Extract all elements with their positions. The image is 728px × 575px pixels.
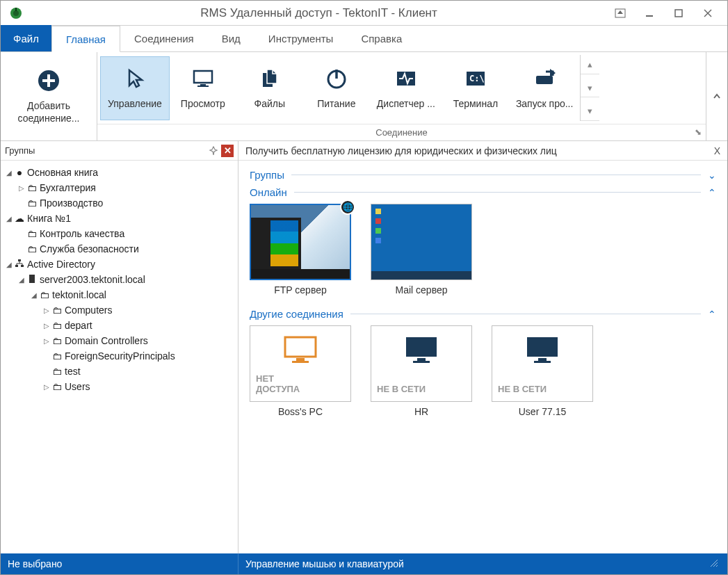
task-manager-button[interactable]: Диспетчер ...	[370, 56, 442, 120]
tree-node-computers[interactable]: ▷🗀Computers	[2, 302, 236, 318]
task-manager-label: Диспетчер ...	[377, 97, 435, 110]
group-header-online[interactable]: Онлайн ⌃	[250, 186, 716, 198]
thumbnail: НЕ В СЕТИ	[371, 325, 472, 402]
tree-node-fsp[interactable]: 🗀ForeignSecurityPrincipals	[2, 348, 236, 364]
gallery-up-icon[interactable]: ▴	[581, 55, 599, 74]
tree-node-ad[interactable]: ◢Active Directory	[2, 257, 236, 272]
svg-line-39	[716, 565, 718, 567]
card-label: FTP сервер	[250, 284, 351, 295]
tree-node-domain[interactable]: ◢🗀tektonit.local	[2, 287, 236, 302]
tree-node-security[interactable]: 🗀Служба безопасности	[2, 241, 236, 257]
card-user-77-15[interactable]: НЕ В СЕТИ User 77.15	[492, 325, 593, 417]
gallery-down-icon[interactable]: ▾	[581, 79, 599, 98]
card-boss-pc[interactable]: НЕТ ДОСТУПА Boss's PC	[250, 325, 351, 417]
cursor-icon	[122, 66, 147, 93]
status-offline: НЕ В СЕТИ	[492, 384, 592, 394]
svg-rect-31	[406, 337, 437, 357]
window-help-icon[interactable]	[612, 5, 629, 22]
sidebar-header: Группы ✕	[1, 141, 238, 161]
tab-file[interactable]: Файл	[1, 25, 51, 51]
ribbon-tabs: Файл Главная Соединения Вид Инструменты …	[1, 26, 727, 52]
tree-node-test[interactable]: 🗀test	[2, 364, 236, 379]
globe-icon: 🌐	[340, 200, 355, 215]
svg-rect-35	[538, 358, 547, 361]
power-button[interactable]: Питание	[303, 56, 370, 120]
tree-node-quality[interactable]: 🗀Контроль качества	[2, 226, 236, 241]
status-bar: Не выбрано Управление мышью и клавиатуро…	[1, 553, 727, 574]
thumbnail: НЕ В СЕТИ	[492, 325, 593, 402]
license-banner-text[interactable]: Получить бесплатную лицензию для юридиче…	[245, 145, 557, 156]
tree-node-main-book[interactable]: ◢●Основная книга	[2, 165, 236, 180]
sidebar-close-icon[interactable]: ✕	[221, 145, 234, 157]
minimize-button[interactable]	[641, 5, 658, 22]
tree-node-book1[interactable]: ◢☁Книга №1	[2, 211, 236, 226]
power-label: Питание	[317, 97, 355, 110]
card-label: User 77.15	[492, 406, 593, 417]
svg-rect-2	[15, 8, 17, 11]
card-label: Boss's PC	[250, 406, 351, 417]
card-hr[interactable]: НЕ В СЕТИ HR	[371, 325, 472, 417]
svg-rect-22	[21, 265, 24, 267]
pin-icon[interactable]	[207, 145, 220, 157]
tree-node-depart[interactable]: ▷🗀depart	[2, 318, 236, 333]
svg-rect-20	[18, 259, 21, 261]
maximize-button[interactable]	[670, 5, 687, 22]
tree-node-dc[interactable]: ▷🗀Domain Controllers	[2, 333, 236, 348]
card-ftp-server[interactable]: 🌐 FTP сервер	[250, 204, 351, 295]
tree-node-accounting[interactable]: ▷🗀Бухгалтерия	[2, 180, 236, 195]
tab-connections[interactable]: Соединения	[120, 25, 208, 51]
tab-tools[interactable]: Инструменты	[254, 25, 348, 51]
content: Получить бесплатную лицензию для юридиче…	[238, 141, 727, 553]
svg-rect-21	[15, 265, 18, 267]
tree-node-users[interactable]: ▷🗀Users	[2, 379, 236, 394]
terminal-button[interactable]: C:\ Терминал	[442, 56, 509, 120]
group-header-groups[interactable]: Группы ⌄	[250, 169, 716, 181]
svg-rect-36	[534, 361, 551, 363]
close-button[interactable]	[699, 5, 716, 22]
svg-rect-34	[527, 337, 558, 357]
license-banner-close[interactable]: X	[714, 145, 720, 156]
svg-rect-10	[42, 79, 55, 82]
svg-rect-19	[536, 76, 553, 84]
manage-button[interactable]: Управление	[100, 56, 170, 120]
launch-button[interactable]: Запуск про...	[509, 56, 581, 120]
card-label: HR	[371, 406, 472, 417]
card-mail-server[interactable]: Mail сервер	[371, 204, 472, 295]
tree-node-server[interactable]: ◢server2003.tektonit.local	[2, 272, 236, 287]
svg-rect-29	[296, 358, 305, 361]
ribbon-group-label-text: Соединение	[375, 127, 428, 138]
thumbnail	[371, 204, 472, 280]
divider	[291, 175, 701, 175]
svg-rect-30	[292, 361, 309, 363]
tree-node-production[interactable]: 🗀Производство	[2, 195, 236, 211]
group-header-online-label: Онлайн	[250, 186, 287, 198]
svg-text:C:\: C:\	[469, 74, 485, 83]
monitor-icon	[402, 333, 441, 369]
monitor-icon	[523, 333, 562, 369]
monitor-icon	[281, 333, 320, 369]
ribbon-collapse-button[interactable]	[706, 52, 727, 140]
monitor-icon	[191, 66, 216, 93]
window-title: RMS Удаленный доступ - TektonIT - Клиент	[26, 6, 612, 20]
plus-circle-icon	[36, 68, 61, 95]
svg-rect-32	[417, 358, 426, 361]
gallery-more-icon[interactable]: ▾	[581, 102, 599, 121]
view-button[interactable]: Просмотр	[170, 56, 236, 120]
ribbon-gallery-scroll[interactable]: ▴ ▾ ▾	[580, 55, 599, 121]
status-right-text: Управление мышью и клавиатурой	[245, 558, 404, 569]
add-connection-button[interactable]: Добавить соединение...	[3, 65, 94, 129]
files-button[interactable]: Файлы	[236, 56, 303, 120]
svg-rect-5	[675, 10, 682, 17]
power-icon	[324, 66, 349, 93]
tab-help[interactable]: Справка	[347, 25, 416, 51]
cards-other: НЕТ ДОСТУПА Boss's PC НЕ В СЕТИ HR НЕ В …	[250, 325, 716, 417]
app-icon	[6, 3, 26, 23]
group-header-other[interactable]: Другие соединения ⌃	[250, 308, 716, 320]
tab-main[interactable]: Главная	[51, 26, 120, 52]
resize-grip-icon[interactable]	[709, 558, 720, 569]
dialog-launcher-icon[interactable]: ⬊	[695, 127, 702, 137]
thumbnail: НЕТ ДОСТУПА	[250, 325, 351, 402]
tab-view[interactable]: Вид	[208, 25, 254, 51]
window-controls	[612, 5, 716, 22]
terminal-icon: C:\	[463, 66, 488, 93]
